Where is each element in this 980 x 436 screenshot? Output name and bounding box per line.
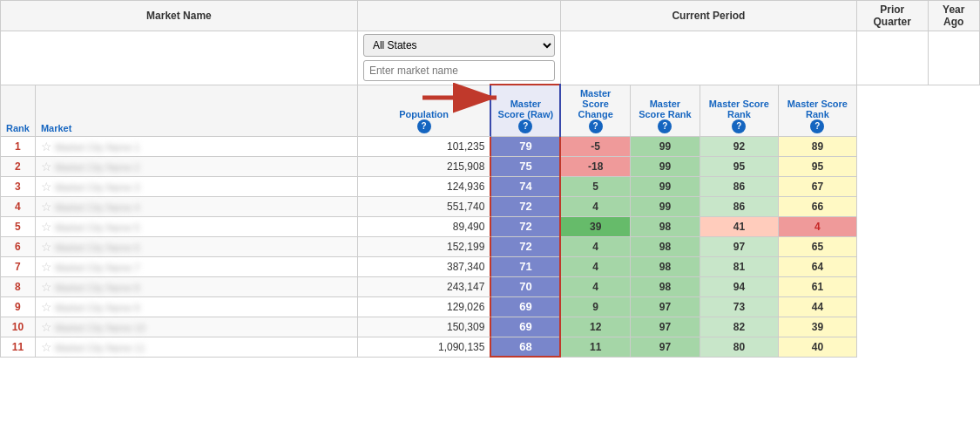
market-name-cell[interactable]: ☆ Market City Name 8 (35, 276, 357, 296)
master-score-raw-cell: 71 (490, 256, 560, 276)
rank-value: 4 (15, 201, 21, 213)
master-score-change-cell: 12 (560, 317, 630, 337)
market-link[interactable]: Market City Name 4 (55, 202, 139, 213)
rank-value: 6 (15, 241, 21, 253)
year-ago-filler (928, 31, 979, 85)
rank-value: 3 (15, 181, 21, 193)
rank-cell: 4 (1, 196, 36, 216)
master-score-change-cell: 9 (560, 296, 630, 317)
master-rank-ya-help-icon[interactable]: ? (810, 119, 824, 133)
master-score-rank-prior-cell: 92 (700, 136, 778, 156)
master-score-raw-cell: 75 (490, 156, 560, 176)
favorite-star[interactable]: ☆ (41, 200, 52, 214)
market-col-header[interactable]: Market (35, 85, 357, 136)
market-link[interactable]: Market City Name 2 (55, 162, 139, 173)
master-score-rank-ya-cell: 39 (778, 317, 856, 337)
master-score-rank-curr-cell: 98 (630, 236, 700, 256)
favorite-star[interactable]: ☆ (41, 280, 52, 294)
master-score-change-cell: -18 (560, 156, 630, 176)
market-link[interactable]: Market City Name 9 (55, 303, 139, 313)
master-change-help-icon[interactable]: ? (589, 119, 603, 133)
master-score-rank-ya-cell: 4 (778, 216, 856, 236)
population-cell: 89,490 (357, 216, 490, 236)
favorite-star[interactable]: ☆ (41, 220, 52, 234)
current-period-filler (560, 31, 856, 85)
favorite-star[interactable]: ☆ (41, 160, 52, 174)
population-cell: 101,235 (357, 136, 490, 156)
market-controls-header (357, 1, 560, 31)
market-link[interactable]: Market City Name 10 (55, 323, 145, 333)
market-name-cell[interactable]: ☆ Market City Name 7 (35, 256, 357, 276)
main-container: Market Name Current Period Prior Quarter… (0, 0, 980, 358)
master-rank-curr-help-icon[interactable]: ? (658, 119, 672, 133)
favorite-star[interactable]: ☆ (41, 140, 52, 153)
table-row: 2☆ Market City Name 2215,90875-18999595 (1, 156, 980, 176)
table-row: 6☆ Market City Name 6152,199724989765 (1, 236, 980, 256)
master-score-raw-cell: 72 (490, 196, 560, 216)
master-score-change-cell: 4 (560, 256, 630, 276)
master-score-raw-cell: 69 (490, 296, 560, 317)
master-score-rank-curr-cell: 97 (630, 317, 700, 337)
favorite-star[interactable]: ☆ (41, 240, 52, 254)
master-score-rank-curr-cell: 97 (630, 337, 700, 357)
master-score-change-cell: 11 (560, 337, 630, 357)
master-score-raw-cell: 69 (490, 317, 560, 337)
master-score-rank-curr-col-header[interactable]: Master Score Rank ? (630, 85, 700, 136)
master-score-raw-cell: 79 (490, 136, 560, 156)
rank-value: 10 (12, 321, 24, 333)
master-score-change-col-header[interactable]: Master Score Change ? (560, 85, 630, 136)
favorite-star[interactable]: ☆ (41, 260, 52, 274)
population-cell: 124,936 (357, 176, 490, 196)
market-name-cell[interactable]: ☆ Market City Name 11 (35, 337, 357, 357)
market-name-cell[interactable]: ☆ Market City Name 1 (35, 136, 357, 156)
rank-cell: 9 (1, 296, 36, 317)
favorite-star[interactable]: ☆ (41, 300, 52, 314)
rank-col-header: Rank (1, 85, 36, 136)
table-row: 4☆ Market City Name 4551,740724998666 (1, 196, 980, 216)
favorite-star[interactable]: ☆ (41, 340, 52, 354)
rank-cell: 2 (1, 156, 36, 176)
market-name-cell[interactable]: ☆ Market City Name 3 (35, 176, 357, 196)
master-score-rank-curr-cell: 99 (630, 156, 700, 176)
master-score-rank-prior-cell: 82 (700, 317, 778, 337)
market-link[interactable]: Market City Name 6 (55, 242, 139, 253)
rankings-table: Market Name Current Period Prior Quarter… (0, 0, 980, 358)
population-cell: 215,908 (357, 156, 490, 176)
market-link[interactable]: Market City Name 3 (55, 182, 139, 193)
master-score-rank-ya-cell: 89 (778, 136, 856, 156)
rank-cell: 7 (1, 256, 36, 276)
rank-cell: 11 (1, 337, 36, 357)
master-score-rank-ya-cell: 65 (778, 236, 856, 256)
table-row: 5☆ Market City Name 589,490723998414 (1, 216, 980, 236)
market-link[interactable]: Market City Name 7 (55, 262, 139, 273)
market-link[interactable]: Market City Name 1 (55, 142, 139, 153)
favorite-star[interactable]: ☆ (41, 180, 52, 194)
market-link[interactable]: Market City Name 11 (55, 343, 145, 353)
master-score-change-cell: 4 (560, 236, 630, 256)
master-score-rank-prior-col-header[interactable]: Master Score Rank ? (700, 85, 778, 136)
market-name-cell[interactable]: ☆ Market City Name 6 (35, 236, 357, 256)
market-name-cell[interactable]: ☆ Market City Name 10 (35, 317, 357, 337)
market-name-cell[interactable]: ☆ Market City Name 4 (35, 196, 357, 216)
market-name-cell[interactable]: ☆ Market City Name 2 (35, 156, 357, 176)
master-score-change-cell: -5 (560, 136, 630, 156)
master-rank-prior-help-icon[interactable]: ? (732, 119, 746, 133)
table-row: 9☆ Market City Name 9129,026699977344 (1, 296, 980, 317)
master-score-rank-ya-col-header[interactable]: Master Score Rank ? (778, 85, 856, 136)
rank-value: 5 (15, 221, 21, 233)
master-score-raw-cell: 74 (490, 176, 560, 196)
rank-value: 11 (12, 341, 24, 353)
filter-cell (1, 31, 358, 85)
favorite-star[interactable]: ☆ (41, 320, 52, 334)
state-dropdown[interactable]: All States (363, 34, 555, 57)
rank-value: 7 (15, 261, 21, 273)
master-score-rank-prior-cell: 86 (700, 196, 778, 216)
market-link[interactable]: Market City Name 5 (55, 222, 139, 233)
master-score-rank-prior-cell: 97 (700, 236, 778, 256)
market-name-cell[interactable]: ☆ Market City Name 9 (35, 296, 357, 317)
master-score-change-cell: 5 (560, 176, 630, 196)
market-link[interactable]: Market City Name 8 (55, 283, 139, 293)
master-score-raw-cell: 68 (490, 337, 560, 357)
market-name-cell[interactable]: ☆ Market City Name 5 (35, 216, 357, 236)
rank-cell: 6 (1, 236, 36, 256)
